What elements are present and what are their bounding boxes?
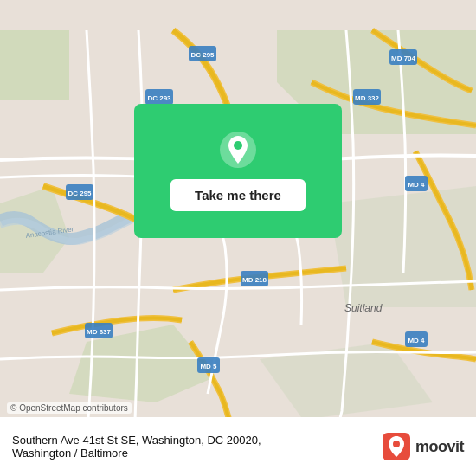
svg-point-32	[393, 441, 400, 447]
address-line1: Southern Ave 41st St SE, Washington, DC …	[12, 434, 374, 447]
moovit-text: moovit	[415, 438, 464, 456]
moovit-pin-icon	[383, 433, 410, 460]
take-me-there-button[interactable]: Take me there	[170, 179, 306, 211]
map-container: Anacostia River	[0, 0, 476, 476]
svg-text:MD 218: MD 218	[242, 276, 267, 284]
osm-attribution: © OpenStreetMap contributors	[7, 402, 132, 414]
location-pin-icon	[219, 131, 257, 169]
svg-text:DC 295: DC 295	[190, 51, 215, 59]
action-overlay: Take me there	[134, 104, 342, 238]
svg-text:Suitland: Suitland	[344, 302, 383, 314]
svg-text:DC 293: DC 293	[147, 94, 171, 102]
svg-text:MD 5: MD 5	[200, 363, 217, 370]
svg-point-30	[234, 141, 242, 150]
bottom-bar: Southern Ave 41st St SE, Washington, DC …	[0, 417, 476, 476]
svg-text:DC 295: DC 295	[68, 190, 92, 197]
svg-marker-1	[0, 30, 69, 100]
svg-text:MD 332: MD 332	[355, 94, 380, 102]
svg-text:MD 637: MD 637	[87, 328, 112, 336]
moovit-logo: moovit	[383, 433, 464, 460]
svg-text:MD 4: MD 4	[408, 337, 425, 344]
svg-text:MD 704: MD 704	[391, 55, 416, 62]
address-block: Southern Ave 41st St SE, Washington, DC …	[12, 434, 374, 460]
svg-text:MD 4: MD 4	[408, 181, 425, 189]
address-line2: Washington / Baltimore	[12, 447, 374, 460]
moovit-logo-row: moovit	[383, 433, 464, 460]
